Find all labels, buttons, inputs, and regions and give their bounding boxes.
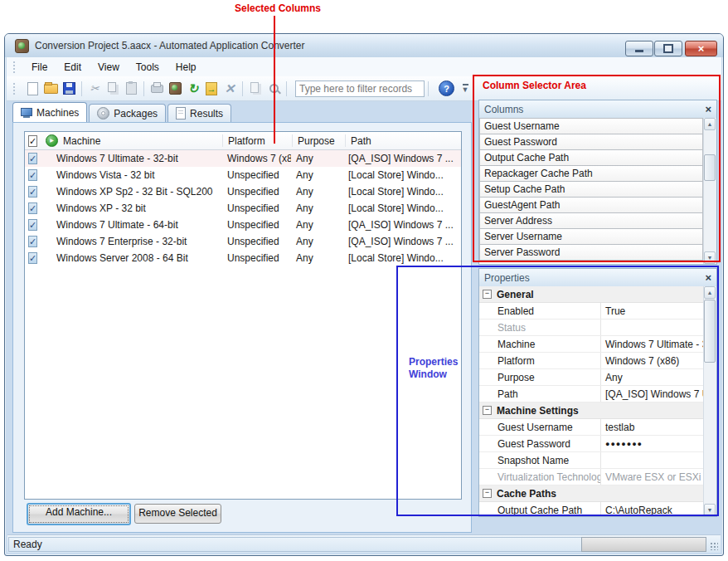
- property-row[interactable]: Purpose Any: [479, 369, 704, 386]
- paste-icon[interactable]: [122, 80, 140, 97]
- machine-row[interactable]: ✓ Windows Vista - 32 bit Unspecified Any…: [25, 167, 461, 183]
- menu-bar: File Edit View Tools Help: [7, 57, 721, 77]
- property-label: Platform: [479, 355, 600, 367]
- menu-help[interactable]: Help: [167, 59, 205, 76]
- cut-icon[interactable]: ✂: [85, 80, 104, 97]
- maximize-button[interactable]: [654, 41, 682, 56]
- property-row[interactable]: Enabled True: [479, 303, 704, 320]
- scroll-thumb[interactable]: [704, 300, 716, 363]
- property-value: testlab: [600, 419, 704, 435]
- menu-edit[interactable]: Edit: [56, 59, 90, 76]
- row-checkbox[interactable]: ✓: [28, 153, 37, 164]
- build-machine-icon[interactable]: [166, 80, 184, 97]
- properties-panel-header[interactable]: Properties ×: [479, 269, 716, 287]
- property-group-row[interactable]: − Cache Paths: [479, 485, 704, 502]
- properties-scrollbar[interactable]: ▲ ▼: [703, 286, 716, 516]
- machine-row[interactable]: ✓ Windows 7 Ultimate - 64-bit Unspecifie…: [25, 217, 461, 233]
- refresh-icon[interactable]: ↻: [184, 80, 202, 97]
- tab-machines[interactable]: Machines: [12, 102, 87, 122]
- column-item[interactable]: Setup Cache Path: [479, 181, 703, 198]
- report-icon[interactable]: [246, 80, 265, 97]
- header-platform[interactable]: Platform: [223, 135, 292, 147]
- run-all-icon[interactable]: ▶: [46, 134, 58, 147]
- column-item[interactable]: Server Username: [479, 228, 703, 245]
- machine-row[interactable]: ✓ Windows 7 Enterprise - 32-bit Unspecif…: [25, 233, 461, 250]
- machine-row[interactable]: ✓ Windows Server 2008 - 64 Bit Unspecifi…: [25, 250, 461, 266]
- print-icon[interactable]: [148, 80, 166, 97]
- tab-packages[interactable]: Packages: [89, 104, 166, 122]
- header-machine[interactable]: Machine: [63, 135, 222, 147]
- columns-close-icon[interactable]: ×: [705, 104, 711, 115]
- property-row[interactable]: Status: [479, 320, 704, 336]
- cell-machine: Windows Server 2008 - 64 Bit: [56, 252, 222, 264]
- add-machine-button[interactable]: Add Machine...: [27, 503, 131, 525]
- collapse-icon[interactable]: −: [483, 489, 492, 498]
- row-checkbox[interactable]: ✓: [28, 202, 37, 214]
- row-checkbox[interactable]: ✓: [28, 219, 37, 231]
- remove-selected-button[interactable]: Remove Selected: [134, 504, 221, 524]
- scroll-down-icon[interactable]: ▼: [704, 251, 716, 264]
- machine-list-header[interactable]: ✓ ▶ Machine Platform Purpose Path: [25, 132, 461, 150]
- column-item[interactable]: Output Cache Path: [479, 149, 703, 166]
- scroll-thumb[interactable]: [704, 154, 716, 181]
- import-icon[interactable]: →: [202, 80, 221, 97]
- column-item[interactable]: GuestAgent Path: [479, 197, 703, 213]
- cell-path: [QA_ISO] Windows 7 ...: [343, 153, 461, 164]
- open-project-icon[interactable]: [41, 80, 60, 97]
- column-item[interactable]: Server Address: [479, 212, 703, 229]
- row-checkbox[interactable]: ✓: [28, 252, 37, 264]
- property-row[interactable]: Guest Password ●●●●●●●: [479, 436, 704, 452]
- header-path[interactable]: Path: [346, 135, 461, 147]
- toolbar-grip[interactable]: [13, 83, 18, 95]
- property-row[interactable]: Platform Windows 7 (x86): [479, 353, 704, 369]
- row-checkbox[interactable]: ✓: [28, 169, 37, 181]
- property-group-row[interactable]: − General: [479, 286, 704, 303]
- row-checkbox[interactable]: ✓: [28, 186, 37, 198]
- tab-results[interactable]: Results: [167, 104, 231, 122]
- collapse-icon[interactable]: −: [483, 290, 492, 299]
- new-document-icon[interactable]: [23, 80, 41, 97]
- machine-row[interactable]: ✓ Windows 7 Ultimate - 32-bit Windows 7 …: [25, 150, 461, 167]
- app-icon: [15, 39, 29, 53]
- column-item[interactable]: Guest Username: [479, 118, 703, 134]
- save-project-icon[interactable]: [60, 80, 78, 97]
- scroll-down-icon[interactable]: ▼: [704, 504, 716, 516]
- column-item[interactable]: Server Password: [479, 244, 703, 261]
- stop-icon[interactable]: ✕: [221, 80, 239, 97]
- help-icon[interactable]: ?: [439, 80, 454, 96]
- minimize-button[interactable]: [625, 41, 653, 56]
- collapse-icon[interactable]: −: [483, 406, 492, 415]
- menubar-grip[interactable]: [13, 61, 18, 73]
- property-row[interactable]: Snapshot Name: [479, 452, 704, 469]
- menu-view[interactable]: View: [90, 59, 128, 76]
- toolbar-options-icon[interactable]: ▼: [459, 84, 471, 93]
- property-row[interactable]: Path [QA_ISO] Windows 7 Ul: [479, 386, 704, 402]
- filter-input[interactable]: [295, 80, 425, 97]
- property-row[interactable]: Virtualization Technolog VMware ESX or E…: [479, 469, 704, 485]
- scroll-up-icon[interactable]: ▲: [704, 286, 716, 299]
- cell-path: [Local Store] Windo...: [343, 252, 461, 264]
- resize-grip[interactable]: [710, 542, 718, 550]
- close-button[interactable]: ×: [685, 41, 717, 56]
- property-row[interactable]: Machine Windows 7 Ultimate - 3: [479, 336, 704, 353]
- title-bar[interactable]: Conversion Project 5.aacx - Automated Ap…: [5, 34, 723, 57]
- columns-scrollbar[interactable]: ▲ ▼: [703, 118, 716, 264]
- menu-file[interactable]: File: [23, 59, 56, 76]
- toolbar: ✂ ↻ → ✕ ? ▼: [7, 76, 721, 101]
- properties-close-icon[interactable]: ×: [705, 272, 711, 283]
- scroll-up-icon[interactable]: ▲: [704, 118, 716, 130]
- tab-strip: Machines Packages Results: [12, 104, 233, 122]
- column-item[interactable]: Repackager Cache Path: [479, 165, 703, 182]
- header-purpose[interactable]: Purpose: [293, 135, 345, 147]
- copy-icon[interactable]: [104, 80, 122, 97]
- machine-row[interactable]: ✓ Windows XP - 32 bit Unspecified Any [L…: [25, 200, 461, 217]
- machine-row[interactable]: ✓ Windows XP Sp2 - 32 Bit - SQL200 Unspe…: [25, 183, 461, 200]
- column-item[interactable]: Guest Password: [479, 134, 703, 150]
- menu-tools[interactable]: Tools: [128, 59, 167, 76]
- property-row[interactable]: Output Cache Path C:\AutoRepack: [479, 502, 704, 516]
- property-group-row[interactable]: − Machine Settings: [479, 402, 704, 419]
- columns-panel-header[interactable]: Columns ×: [479, 100, 716, 119]
- select-all-checkbox[interactable]: ✓: [28, 135, 37, 147]
- row-checkbox[interactable]: ✓: [28, 236, 37, 247]
- property-row[interactable]: Guest Username testlab: [479, 419, 704, 436]
